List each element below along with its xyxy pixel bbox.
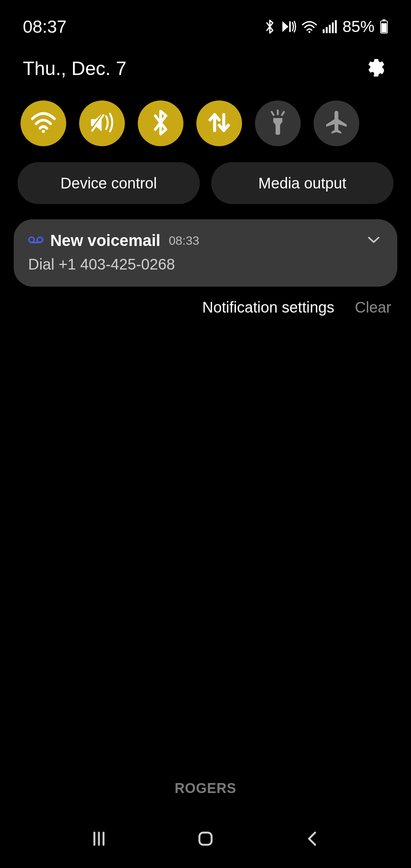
notification-body: Dial +1 403-425-0268 — [28, 256, 383, 273]
battery-icon — [380, 19, 388, 34]
settings-button[interactable] — [365, 57, 388, 80]
voicemail-notification[interactable]: New voicemail 08:33 Dial +1 403-425-0268 — [14, 219, 397, 287]
svg-point-16 — [29, 237, 34, 243]
panel-header: Thu., Dec. 7 — [0, 57, 411, 80]
notification-footer: Notification settings Clear — [0, 299, 411, 316]
expand-button[interactable] — [367, 236, 383, 246]
svg-rect-6 — [335, 20, 337, 33]
status-icons: 85% — [264, 18, 388, 36]
media-output-button[interactable]: Media output — [211, 162, 393, 204]
status-bar: 08:37 85% — [0, 0, 411, 53]
svg-rect-3 — [326, 27, 328, 33]
notification-header: New voicemail 08:33 — [28, 231, 383, 250]
recents-icon — [90, 830, 108, 849]
signal-icon — [323, 20, 337, 33]
quick-settings-row — [0, 101, 411, 146]
airplane-icon — [324, 110, 349, 137]
device-control-button[interactable]: Device control — [18, 162, 200, 204]
svg-point-1 — [308, 31, 310, 33]
bluetooth-icon — [264, 19, 276, 34]
status-time: 08:37 — [23, 16, 67, 37]
notification-time: 08:33 — [169, 234, 199, 248]
vibrate-icon — [281, 20, 296, 34]
notification-area: New voicemail 08:33 Dial +1 403-425-0268 — [0, 219, 411, 287]
voicemail-icon — [28, 236, 43, 246]
home-icon — [196, 830, 215, 849]
svg-rect-5 — [332, 22, 334, 33]
svg-rect-22 — [199, 833, 212, 845]
carrier-label: ROGERS — [0, 780, 411, 796]
notification-title: New voicemail — [50, 231, 160, 250]
chevron-down-icon — [367, 239, 381, 245]
qs-wifi-toggle[interactable] — [21, 101, 66, 146]
battery-percentage: 85% — [342, 18, 374, 36]
wifi-icon — [30, 112, 57, 135]
svg-rect-4 — [329, 25, 331, 33]
gear-icon — [368, 59, 386, 78]
flashlight-icon — [268, 110, 288, 137]
clear-button[interactable]: Clear — [355, 299, 391, 316]
navigation-bar — [0, 811, 411, 868]
bluetooth-icon — [152, 110, 169, 137]
qs-bluetooth-toggle[interactable] — [138, 101, 183, 146]
notification-settings-button[interactable]: Notification settings — [202, 299, 335, 316]
back-icon — [304, 830, 320, 849]
panel-date: Thu., Dec. 7 — [23, 57, 126, 80]
back-button[interactable] — [289, 824, 335, 855]
svg-rect-0 — [289, 21, 291, 32]
svg-rect-8 — [382, 19, 386, 21]
qs-mute-toggle[interactable] — [79, 101, 125, 146]
wifi-icon — [301, 20, 317, 33]
svg-rect-2 — [323, 29, 325, 33]
media-output-label: Media output — [258, 175, 346, 192]
device-control-label: Device control — [61, 175, 157, 192]
svg-point-10 — [42, 130, 45, 133]
svg-line-14 — [272, 112, 274, 115]
quick-access-row: Device control Media output — [0, 162, 411, 204]
svg-point-17 — [37, 237, 43, 243]
data-arrows-icon — [207, 111, 231, 136]
svg-rect-9 — [381, 23, 387, 32]
mute-vibrate-icon — [89, 112, 115, 135]
svg-line-15 — [282, 112, 284, 115]
qs-flashlight-toggle[interactable] — [255, 101, 301, 146]
qs-airplane-toggle[interactable] — [314, 101, 359, 146]
recents-button[interactable] — [76, 824, 122, 855]
qs-mobiledata-toggle[interactable] — [196, 101, 242, 146]
home-button[interactable] — [183, 824, 228, 855]
